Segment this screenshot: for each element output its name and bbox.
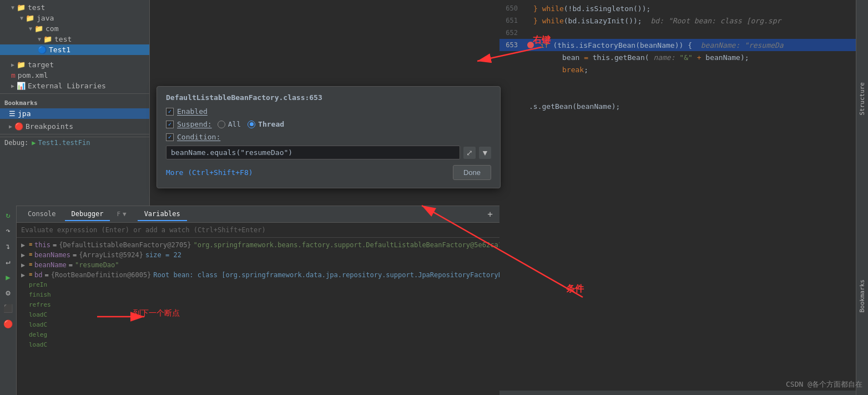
step-into-icon[interactable]: ↴ <box>2 240 14 252</box>
eval-placeholder: Evaluate expression (Enter) or add a wat… <box>21 226 266 234</box>
bookmarks-tab[interactable]: Bookmarks <box>857 275 867 317</box>
variable-refrsh[interactable]: ▶ refres <box>17 300 499 310</box>
tree-item-pom[interactable]: m pom.xml <box>0 70 149 81</box>
expand-icon[interactable]: ▶ <box>21 251 27 259</box>
chevron-down-icon: ▼ <box>38 36 41 42</box>
variable-finish[interactable]: ▶ finish <box>17 290 499 300</box>
filter-dropdown[interactable]: ▼ <box>123 211 127 218</box>
tab-console[interactable]: Console <box>21 208 63 221</box>
debug-label: Debug: <box>4 139 28 147</box>
line-number: 650 <box>499 4 524 12</box>
stop-icon[interactable]: ⬛ <box>2 302 14 314</box>
tree-item-java[interactable]: ▼ 📁 java <box>0 13 149 23</box>
chevron-right-icon: ▶ <box>11 62 14 68</box>
sub-tab-variables[interactable]: Variables <box>138 208 187 221</box>
bookmark-label: jpa <box>18 109 31 118</box>
var-type-icon: ≡ <box>29 271 32 277</box>
radio-all-label: All <box>228 120 241 128</box>
enabled-checkbox[interactable] <box>166 108 174 116</box>
evaluate-icon[interactable]: ⚙ <box>2 287 14 299</box>
dialog-title: DefaultListableBeanFactory.class:653 <box>166 93 491 102</box>
variable-loadc3[interactable]: ▶ loadC <box>17 340 499 350</box>
enabled-label: Enabled <box>177 107 208 116</box>
folder-icon: 📁 <box>26 14 34 22</box>
radio-thread[interactable]: Thread <box>248 120 284 128</box>
tree-item-label: pom.xml <box>18 71 48 79</box>
resume-icon[interactable]: ↻ <box>2 209 14 221</box>
line-content: if (this.isFactoryBean(beanName)) { bean… <box>536 41 868 49</box>
expand-icon[interactable]: ▶ <box>21 241 27 249</box>
horizontal-scrollbar[interactable] <box>499 391 856 395</box>
breakpoints-item[interactable]: ▶ 🔴 Breakpoints <box>0 121 149 132</box>
code-line-break: break; <box>499 63 868 76</box>
tree-item-external-libs[interactable]: ▶ 📊 External Libraries <box>0 81 149 91</box>
expand-icon[interactable]: ▶ <box>21 271 27 279</box>
expand-icon[interactable]: ▶ <box>21 261 27 269</box>
panel-tabs: Console Debugger F ▼ Variables + <box>17 206 499 223</box>
dropdown-button[interactable]: ▼ <box>479 147 491 159</box>
tree-item-test[interactable]: ▼ 📁 test <box>0 2 149 13</box>
variable-beannames[interactable]: ▶ ≡ beanNames = {ArrayList@5924} size = … <box>17 250 499 260</box>
libs-icon: 📊 <box>17 82 26 90</box>
variable-deleg[interactable]: ▶ deleg <box>17 330 499 340</box>
tree-item-com[interactable]: ▼ 📁 com <box>0 23 149 34</box>
code-editor: 650 } while(!bd.isSingleton()); 651 } wh… <box>499 0 868 395</box>
condition-input[interactable] <box>166 146 460 159</box>
line-number: 651 <box>499 17 524 24</box>
radio-all-circle[interactable] <box>218 121 225 128</box>
run-to-cursor-icon[interactable]: ▶ <box>2 271 14 283</box>
variable-loadc2[interactable]: ▶ loadC <box>17 320 499 330</box>
condition-input-wrapper: ⤢ ▼ <box>166 146 491 159</box>
code-line-bean: bean = this.getBean( name: "&" + beanNam… <box>499 51 868 63</box>
variable-preln[interactable]: ▶ preIn <box>17 280 499 290</box>
var-type-icon: ≡ <box>29 251 32 257</box>
chevron-down-icon: ▼ <box>20 15 23 21</box>
add-watch-icon[interactable]: + <box>487 209 493 219</box>
expand-button[interactable]: ⤢ <box>463 147 476 159</box>
record-icon[interactable]: 🔴 <box>2 318 14 330</box>
suspend-checkbox[interactable] <box>166 121 174 128</box>
suspend-checkbox-wrapper[interactable]: Suspend: <box>166 120 212 128</box>
breakpoint-dialog: DefaultListableBeanFactory.class:653 Ena… <box>157 86 501 188</box>
tree-item-test-sub[interactable]: ▼ 📁 test <box>0 34 149 44</box>
radio-thread-label: Thread <box>258 120 284 128</box>
code-line-650: 650 } while(!bd.isSingleton()); <box>499 2 868 14</box>
condition-checkbox-wrapper[interactable]: Condition: <box>166 133 220 141</box>
chevron-right-icon: ▶ <box>9 123 12 129</box>
tree-item-label: test <box>28 3 45 12</box>
radio-thread-circle[interactable] <box>248 121 255 128</box>
enabled-checkbox-wrapper[interactable]: Enabled <box>166 107 208 116</box>
radio-all[interactable]: All <box>218 120 241 128</box>
tree-item-target[interactable]: ▶ 📁 target <box>0 59 149 70</box>
eval-bar[interactable]: Evaluate expression (Enter) or add a wat… <box>17 223 499 238</box>
tree-item-label: target <box>28 61 54 69</box>
step-out-icon[interactable]: ↵ <box>2 256 14 268</box>
var-type-icon: ≡ <box>29 241 32 247</box>
tab-debugger[interactable]: Debugger <box>65 208 110 221</box>
line-content: } while(!bd.isSingleton()); <box>529 4 868 13</box>
breakpoint-icon: 🔴 <box>14 122 23 131</box>
step-over-icon[interactable]: ↷ <box>2 224 14 237</box>
debug-panel: Console Debugger F ▼ Variables + Evaluat… <box>17 206 499 395</box>
suspend-label: Suspend: <box>177 120 212 128</box>
structure-tab[interactable]: Structure <box>857 78 867 120</box>
line-content: .s.getBean(beanName); <box>524 102 868 111</box>
variable-bd[interactable]: ▶ ≡ bd = {RootBeanDefinition@6005} Root … <box>17 270 499 280</box>
bookmarks-jpa-item[interactable]: ☰ jpa <box>0 108 149 119</box>
done-button[interactable]: Done <box>453 165 491 180</box>
line-content: bean = this.getBean( name: "&" + beanNam… <box>558 53 868 62</box>
tree-item-test1[interactable]: 🔵 Test1 <box>0 44 149 55</box>
variable-this[interactable]: ▶ ≡ this = {DefaultListableBeanFactory@2… <box>17 240 499 250</box>
bookmarks-header: Bookmarks <box>0 96 149 108</box>
line-number: 652 <box>499 29 524 37</box>
folder-icon: 📁 <box>17 61 26 69</box>
more-link[interactable]: More (Ctrl+Shift+F8) <box>166 168 253 177</box>
debug-run-icon: ▶ <box>32 139 36 147</box>
variable-beanname[interactable]: ▶ ≡ beanName = "resumeDao" <box>17 260 499 270</box>
tree-item-label: java <box>37 14 54 22</box>
condition-checkbox[interactable] <box>166 133 174 141</box>
variable-loadc[interactable]: ▶ loadC <box>17 310 499 320</box>
chevron-right-icon: ▶ <box>11 83 14 89</box>
line-number: 653 <box>499 41 524 49</box>
chevron-down-icon: ▼ <box>29 26 32 32</box>
